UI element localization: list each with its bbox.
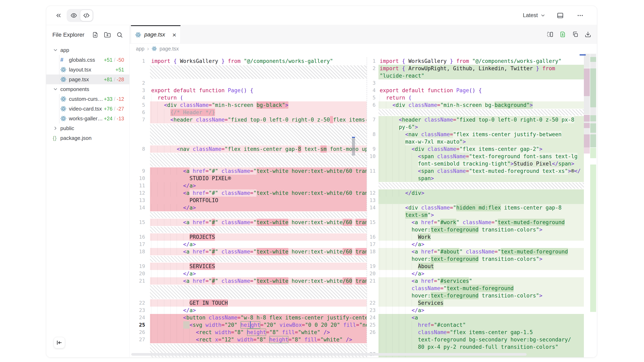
code-line[interactable]: max-w-7xl mx-auto"> [367, 138, 597, 145]
code-line[interactable]: 24 <a [367, 314, 597, 321]
preview-toggle-button[interactable] [68, 10, 80, 21]
tree-item-app[interactable]: app [46, 45, 130, 55]
diff-editor[interactable]: 1import { WorksGallery } from "@/compone… [130, 54, 597, 357]
code-line[interactable]: 13 [367, 197, 597, 204]
copy-file-button[interactable] [572, 31, 578, 38]
code-line[interactable]: 18 <a href="#about" className="text-mute… [367, 248, 597, 255]
diff-stats: +51 [116, 67, 130, 73]
diff-view-button[interactable] [560, 31, 566, 38]
code-line[interactable]: span> [367, 175, 597, 182]
code-line[interactable]: 12 </div> [367, 189, 597, 197]
tab-close-icon[interactable]: × [172, 31, 176, 38]
code-line[interactable]: 22 Services [367, 299, 597, 307]
code-line[interactable]: 9 <div className="flex items-center gap-… [367, 145, 597, 153]
code-line[interactable]: 8 <nav className="flex items-center just… [367, 131, 597, 138]
tab-page-tsx[interactable]: page.tsx × [131, 25, 180, 43]
tree-item-globals-css[interactable]: #globals.css+51/-50 [46, 55, 130, 65]
code-line[interactable]: 17 </a> [130, 241, 367, 248]
code-line[interactable]: className="text-muted-foreground [367, 285, 597, 292]
code-line[interactable]: 7 <header className="fixed top-0 left-0 … [367, 116, 597, 123]
new-file-button[interactable] [92, 31, 98, 38]
code-line[interactable]: 14 </a> [130, 204, 367, 211]
code-line[interactable]: hover:text-foreground transition-colors"… [367, 292, 597, 299]
code-line[interactable]: 17 </a> [367, 241, 597, 248]
diff-pane-original[interactable]: 1import { WorksGallery } from "@/compone… [130, 57, 367, 357]
code-line[interactable]: 80 px-4 py-2 rounded-full transition-col… [367, 343, 597, 351]
code-line[interactable]: py-6"> [367, 123, 597, 131]
tree-item-page-tsx[interactable]: page.tsx+81/-28 [46, 74, 130, 84]
horizontal-scrollbar[interactable] [131, 353, 526, 356]
collapse-sidebar-button[interactable] [54, 337, 65, 348]
code-line[interactable]: 24 <button className="w-8 h-8 flex items… [130, 314, 367, 321]
code-line[interactable]: 25 href="#contact" [367, 321, 597, 329]
code-line[interactable]: 2import { ArrowUpRight, Github, Linkedin… [367, 65, 597, 72]
code-line[interactable]: 6 <div className="min-h-screen bg-backgr… [367, 101, 597, 109]
code-line[interactable]: 21 <a href="#services" [367, 277, 597, 285]
code-line[interactable]: 1import { WorksGallery } from "@/compone… [367, 57, 597, 65]
code-line[interactable]: 26 className="flex items-center gap-1.5 [367, 329, 597, 336]
code-line[interactable]: 23 </a> [367, 307, 597, 314]
code-line[interactable]: 19 About [367, 263, 597, 270]
code-line[interactable]: 1import { WorksGallery } from "@/compone… [130, 57, 367, 65]
left-pane-scrollbar-thumb[interactable] [352, 137, 355, 156]
code-line[interactable]: hover:text-foreground transition-colors"… [367, 255, 597, 263]
code-line[interactable]: 15 <a href="#" className="text-white hov… [130, 219, 367, 226]
code-line[interactable]: 16 PROJECTS [130, 233, 367, 241]
code-line[interactable]: 20 </a> [367, 270, 597, 277]
code-line[interactable]: hover:text-foreground transition-colors"… [367, 226, 597, 233]
code-line[interactable]: 5 return ( [367, 94, 597, 101]
tree-item-layout-tsx[interactable]: layout.tsx+51 [46, 65, 130, 74]
new-folder-button[interactable] [104, 31, 111, 38]
search-files-button[interactable] [116, 31, 123, 38]
code-line[interactable]: 19 SERVICES [130, 263, 367, 270]
breadcrumb-item-app[interactable]: app [136, 46, 144, 52]
code-line[interactable]: text-sm"> [367, 211, 597, 219]
version-dropdown[interactable]: Latest [523, 12, 546, 18]
diff-overview-ruler[interactable] [584, 54, 596, 357]
code-line[interactable]: 8 <nav className="flex items-center gap-… [130, 145, 367, 153]
code-line[interactable]: 5 <div className="min-h-screen bg-black"… [130, 101, 367, 109]
code-line[interactable]: 15 <a href="#work" className="text-muted… [367, 219, 597, 226]
more-menu-button[interactable] [575, 10, 586, 21]
code-line[interactable]: 23 </a> [130, 307, 367, 314]
code-line[interactable]: 21 <a href="#" className="text-white hov… [130, 277, 367, 285]
code-line[interactable]: font-semibold tracking-tight">Studio Pix… [367, 160, 597, 167]
code-line[interactable]: 10 STUDIO PIXEL® [130, 175, 367, 182]
right-pane-scrollbar-thumb[interactable] [580, 54, 586, 55]
breadcrumb-item-file[interactable]: page.tsx [160, 46, 179, 52]
code-line[interactable]: 26 <rect width="8" height="8" fill="whit… [130, 329, 367, 336]
code-line[interactable]: 22 GET IN TOUCH [130, 299, 367, 307]
diff-pane-modified[interactable]: 1import { WorksGallery } from "@/compone… [367, 57, 597, 357]
tree-item-public[interactable]: public [46, 123, 130, 133]
collapse-panel-button[interactable] [53, 10, 64, 21]
code-toggle-button[interactable] [80, 10, 93, 21]
code-line[interactable]: 27 <rect x="12" width="8" height="8" fil… [130, 336, 367, 343]
code-line[interactable]: 6 {/* Header */} [130, 109, 367, 116]
code-line[interactable]: 11 <span className="text-muted-foregroun… [367, 167, 597, 175]
code-line[interactable]: 20 </a> [130, 270, 367, 277]
code-line[interactable]: 13 PORTFOLIO [130, 197, 367, 204]
split-view-button[interactable] [547, 31, 553, 38]
code-line[interactable]: 3export default function Page() { [130, 87, 367, 94]
code-line[interactable]: 16 Work [367, 233, 597, 241]
code-line[interactable]: 4 return ( [130, 94, 367, 101]
code-line[interactable]: 11 </a> [130, 182, 367, 189]
code-line[interactable]: text-foreground bg-secondary hover:bg-se… [367, 336, 597, 343]
tree-item-video-card-tsx[interactable]: video-card.tsx+76/-27 [46, 104, 130, 114]
code-line[interactable]: 18 <a href="#" className="text-white hov… [130, 248, 367, 255]
code-line[interactable]: 14 <div className="hidden md:flex items-… [367, 204, 597, 211]
code-line[interactable]: 3 [367, 79, 597, 87]
code-line[interactable]: 10 <span className="text-foreground font… [367, 153, 597, 160]
code-line[interactable]: 12 <a href="#" className="text-white hov… [130, 189, 367, 197]
tree-item-components[interactable]: components [46, 84, 130, 94]
code-line[interactable]: 7 <header className="fixed top-0 left-0 … [130, 116, 367, 123]
tree-item-custom-curs-[interactable]: custom-curs…+33/-12 [46, 94, 130, 104]
tree-item-works-galler-[interactable]: works-galler…+24/-13 [46, 114, 130, 123]
code-line[interactable]: 25 <svg width="20" height="20" viewBox="… [130, 321, 367, 329]
code-line[interactable]: 9 <a href="#" className="text-white hove… [130, 167, 367, 175]
code-line[interactable]: "lucide-react" [367, 72, 597, 79]
panel-bottom-button[interactable] [555, 10, 566, 21]
code-line[interactable]: 4export default function Page() { [367, 87, 597, 94]
tree-item-package-json[interactable]: {}package.json [46, 133, 130, 143]
code-line[interactable]: 2 [130, 79, 367, 87]
